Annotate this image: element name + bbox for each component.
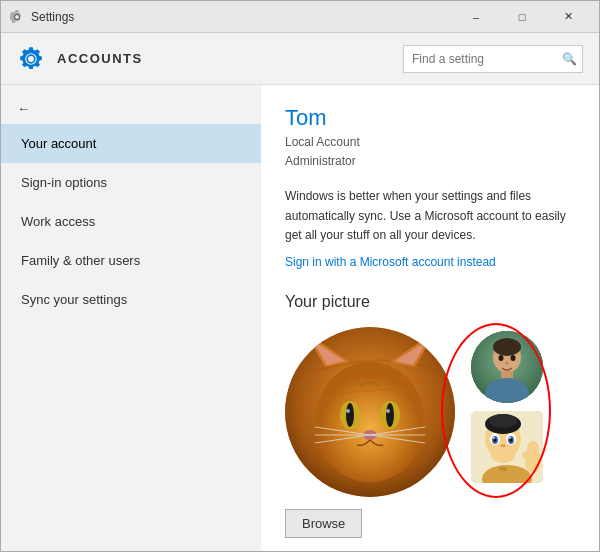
svg-point-40 — [509, 437, 511, 439]
gear-icon — [17, 45, 45, 73]
search-icon: 🔍 — [562, 52, 577, 66]
maximize-button[interactable]: □ — [499, 1, 545, 33]
info-text: Windows is better when your settings and… — [285, 187, 575, 245]
svg-point-8 — [346, 409, 350, 413]
svg-point-6 — [346, 403, 354, 427]
svg-point-42 — [491, 447, 515, 463]
main-profile-picture[interactable] — [285, 327, 455, 497]
svg-point-32 — [489, 414, 517, 428]
search-box[interactable]: 🔍 — [403, 45, 583, 73]
user-account-type: Local Account — [285, 133, 575, 152]
picture-area — [285, 327, 575, 497]
person-thumbnail[interactable] — [471, 331, 543, 403]
thumbnail-list — [471, 331, 543, 483]
person-image — [471, 331, 543, 403]
svg-point-23 — [493, 338, 521, 356]
title-bar-icon — [9, 9, 25, 25]
app-title: ACCOUNTS — [57, 51, 391, 66]
microsoft-account-link[interactable]: Sign in with a Microsoft account instead — [285, 255, 496, 269]
cat-image — [285, 327, 455, 497]
svg-point-47 — [522, 451, 532, 459]
svg-point-7 — [386, 403, 394, 427]
sidebar-item-work-access[interactable]: Work access — [1, 202, 261, 241]
sidebar: ← Your account Sign-in options Work acce… — [1, 85, 261, 551]
sidebar-item-label: Your account — [21, 136, 96, 151]
svg-rect-44 — [499, 467, 507, 471]
svg-point-26 — [499, 355, 504, 361]
sidebar-item-label: Work access — [21, 214, 95, 229]
search-input[interactable] — [412, 52, 562, 66]
back-button[interactable]: ← — [1, 93, 261, 124]
app-header: ACCOUNTS 🔍 — [1, 33, 599, 85]
svg-point-2 — [315, 362, 425, 482]
sidebar-item-your-account[interactable]: Your account — [1, 124, 261, 163]
title-bar-text: Settings — [31, 10, 453, 24]
user-name: Tom — [285, 105, 575, 131]
cartoon-thumbnail[interactable] — [471, 411, 543, 483]
close-button[interactable]: ✕ — [545, 1, 591, 33]
minimize-button[interactable]: – — [453, 1, 499, 33]
browse-button[interactable]: Browse — [285, 509, 362, 538]
svg-point-27 — [511, 355, 516, 361]
sidebar-item-label: Family & other users — [21, 253, 140, 268]
sidebar-item-label: Sign-in options — [21, 175, 107, 190]
right-panel: Tom Local Account Administrator Windows … — [261, 85, 599, 551]
sidebar-item-sync-settings[interactable]: Sync your settings — [1, 280, 261, 319]
title-bar-controls: – □ ✕ — [453, 1, 591, 33]
svg-point-28 — [505, 361, 509, 364]
back-arrow-icon: ← — [17, 101, 30, 116]
user-role: Administrator — [285, 152, 575, 171]
cartoon-image — [471, 411, 543, 483]
sidebar-item-family-other-users[interactable]: Family & other users — [1, 241, 261, 280]
sidebar-item-sign-in-options[interactable]: Sign-in options — [1, 163, 261, 202]
sidebar-item-label: Sync your settings — [21, 292, 127, 307]
svg-point-39 — [493, 437, 495, 439]
title-bar: Settings – □ ✕ — [1, 1, 599, 33]
picture-section-title: Your picture — [285, 293, 575, 311]
main-content: ← Your account Sign-in options Work acce… — [1, 85, 599, 551]
settings-window: Settings – □ ✕ ACCOUNTS 🔍 ← Your account — [0, 0, 600, 552]
thumbnails-container — [471, 327, 543, 483]
svg-point-9 — [386, 409, 390, 413]
